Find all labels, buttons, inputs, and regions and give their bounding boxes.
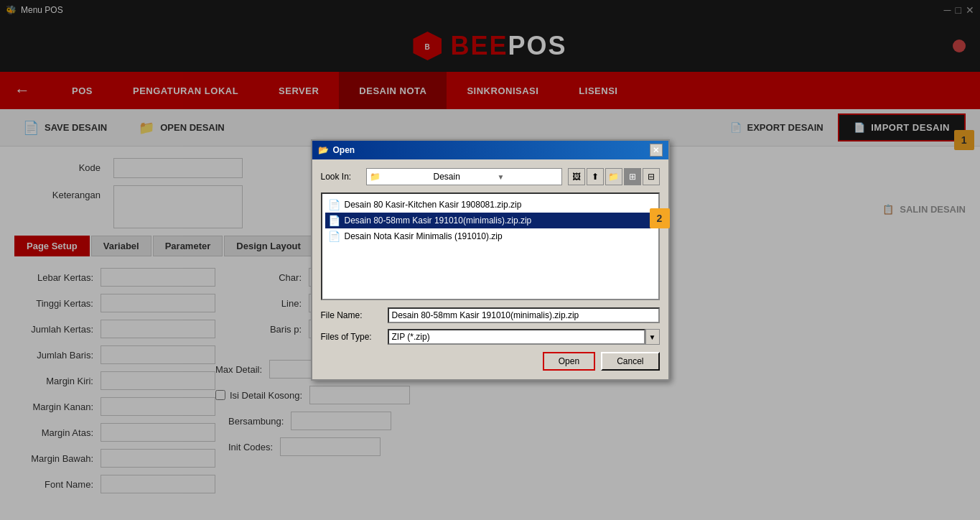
file-list[interactable]: 📄 Desain 80 Kasir-Kitchen Kasir 1908081.… — [321, 192, 660, 300]
file-name-2: Desain Nota Kasir Minimalis (191010).zip — [345, 231, 503, 241]
files-of-type-combo[interactable]: ▼ — [388, 329, 660, 345]
dialog-folder-icon: 📂 — [318, 145, 329, 155]
file-item-1[interactable]: 📄 Desain 80-58mm Kasir 191010(minimalis)… — [325, 213, 655, 228]
file-name-input[interactable] — [388, 307, 660, 323]
folder-icon-small: 📁 — [370, 172, 431, 182]
dialog-icon-btn-3[interactable]: 📁 — [605, 168, 622, 185]
file-icon-0: 📄 — [328, 199, 340, 210]
dialog-titlebar: 📂 Open ✕ — [312, 141, 668, 159]
dialog-toolbar-icons: 🖼 ⬆ 📁 ⊞ ⊟ — [568, 168, 660, 185]
combo-arrow: ▼ — [498, 173, 559, 181]
dialog-close-button[interactable]: ✕ — [650, 144, 663, 157]
dialog-icon-btn-5[interactable]: ⊟ — [643, 168, 660, 185]
file-name-label: File Name: — [321, 310, 382, 320]
file-item-2[interactable]: 📄 Desain Nota Kasir Minimalis (191010).z… — [325, 228, 655, 244]
cancel-button[interactable]: Cancel — [601, 352, 659, 371]
badge-2: 2 — [650, 208, 670, 228]
look-in-value: Desain — [434, 172, 495, 182]
dialog-body: Look In: 📁 Desain ▼ 🖼 ⬆ 📁 ⊞ ⊟ 📄 — [312, 159, 668, 379]
open-dialog: 📂 Open ✕ Look In: 📁 Desain ▼ 🖼 ⬆ 📁 ⊞ — [311, 139, 670, 381]
dialog-buttons: Open Cancel — [321, 352, 660, 371]
look-in-label: Look In: — [321, 172, 360, 182]
dialog-title-text: Open — [333, 145, 355, 155]
dialog-icon-btn-1[interactable]: 🖼 — [568, 168, 585, 185]
files-of-type-arrow[interactable]: ▼ — [645, 329, 660, 345]
file-name-0: Desain 80 Kasir-Kitchen Kasir 1908081.zi… — [345, 200, 522, 210]
file-icon-1: 📄 — [328, 215, 340, 226]
file-name-1: Desain 80-58mm Kasir 191010(minimalis).z… — [345, 215, 532, 226]
look-in-combo[interactable]: 📁 Desain ▼ — [366, 168, 562, 185]
dialog-title-area: 📂 Open — [318, 145, 355, 155]
files-of-type-value[interactable] — [388, 329, 645, 345]
files-of-type-row: Files of Type: ▼ — [321, 329, 660, 345]
files-of-type-label: Files of Type: — [321, 332, 382, 342]
look-in-row: Look In: 📁 Desain ▼ 🖼 ⬆ 📁 ⊞ ⊟ — [321, 168, 660, 185]
open-button[interactable]: Open — [543, 352, 595, 371]
file-item-0[interactable]: 📄 Desain 80 Kasir-Kitchen Kasir 1908081.… — [325, 197, 655, 213]
dialog-overlay: 📂 Open ✕ Look In: 📁 Desain ▼ 🖼 ⬆ 📁 ⊞ — [0, 0, 980, 520]
file-icon-2: 📄 — [328, 231, 340, 242]
dialog-icon-btn-2[interactable]: ⬆ — [587, 168, 604, 185]
dialog-icon-btn-4[interactable]: ⊞ — [624, 168, 641, 185]
file-name-row: File Name: — [321, 307, 660, 323]
